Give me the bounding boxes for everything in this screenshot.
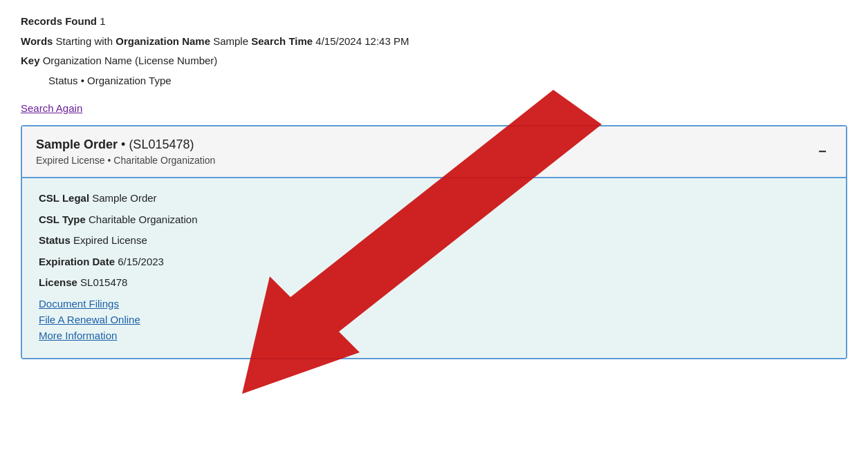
result-status: Expired License <box>36 155 105 166</box>
expiration-label: Expiration Date <box>39 256 115 267</box>
org-name-label: Organization Name <box>116 35 210 47</box>
csl-legal-label: CSL Legal <box>39 192 89 204</box>
records-count: 1 <box>100 15 105 27</box>
search-again-link[interactable]: Search Again <box>21 102 82 114</box>
document-filings-link[interactable]: Document Filings <box>39 298 829 310</box>
search-time-label: Search Time <box>251 35 313 47</box>
result-header-content: Sample Order • (SL015478) Expired Licens… <box>36 137 215 166</box>
records-found-label: Records Found <box>21 15 97 27</box>
result-subtitle: Expired License • Charitable Organizatio… <box>36 155 215 166</box>
meta-section: Records Found 1 Words Starting with Orga… <box>21 14 847 88</box>
status-label: Status <box>39 234 71 246</box>
renewal-link[interactable]: File A Renewal Online <box>39 314 829 325</box>
key-subvalue-line: Status • Organization Type <box>21 73 847 89</box>
words-label: Words <box>21 35 53 47</box>
result-title: Sample Order • (SL015478) <box>36 137 215 152</box>
license-label: License <box>39 276 77 288</box>
result-card: Sample Order • (SL015478) Expired Licens… <box>21 125 847 359</box>
key-line: Key Organization Name (License Number) <box>21 53 847 69</box>
org-name: Sample Order <box>36 137 118 151</box>
key-subvalue: Status • Organization Type <box>48 75 172 86</box>
words-line: Words Starting with Organization Name Sa… <box>21 34 847 50</box>
separator: • <box>121 137 129 151</box>
records-found-line: Records Found 1 <box>21 14 847 30</box>
more-information-link[interactable]: More Information <box>39 330 829 341</box>
csl-legal-row: CSL Legal Sample Order <box>39 191 829 207</box>
result-org-type: Charitable Organization <box>113 155 215 166</box>
csl-type-row: CSL Type Charitable Organization <box>39 212 829 228</box>
status-row: Status Expired License <box>39 233 829 249</box>
expiration-row: Expiration Date 6/15/2023 <box>39 254 829 270</box>
links-section: Document Filings File A Renewal Online M… <box>39 298 829 341</box>
result-header: Sample Order • (SL015478) Expired Licens… <box>22 126 846 178</box>
result-details: CSL Legal Sample Order CSL Type Charitab… <box>22 178 846 358</box>
key-label: Key <box>21 55 40 66</box>
license-number: (SL015478) <box>129 137 194 151</box>
collapse-button[interactable]: − <box>813 144 832 160</box>
license-row: License SL015478 <box>39 275 829 291</box>
csl-type-label: CSL Type <box>39 213 86 225</box>
